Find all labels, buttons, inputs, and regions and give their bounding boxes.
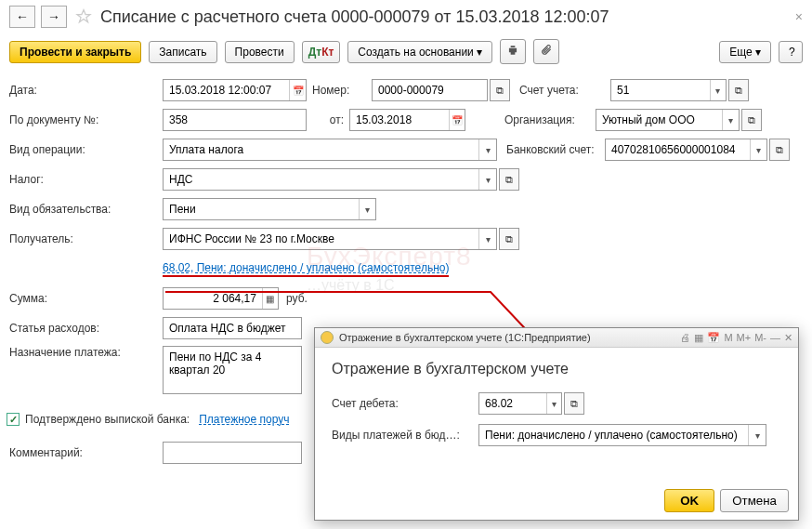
- from-date-field[interactable]: 📅: [349, 109, 465, 131]
- modal-minimize-icon[interactable]: —: [770, 332, 780, 344]
- dropdown-icon[interactable]: ▾: [478, 169, 496, 190]
- calendar-icon[interactable]: 📅: [289, 80, 306, 100]
- modal-close-icon[interactable]: ✕: [784, 332, 792, 344]
- back-button[interactable]: ←: [9, 6, 35, 28]
- comment-label: Комментарий:: [9, 446, 163, 459]
- sum-label: Сумма:: [9, 292, 163, 305]
- obligation-field[interactable]: ▾: [163, 198, 376, 220]
- paytype-label: Виды платежей в бюд…:: [332, 429, 478, 442]
- tool-print-icon[interactable]: 🖨: [680, 332, 690, 344]
- accounting-modal: Отражение в бухгалтерском учете (1С:Пред…: [314, 327, 799, 521]
- tool-m[interactable]: M: [724, 332, 732, 344]
- number-label: Номер:: [307, 84, 372, 97]
- dropdown-icon[interactable]: ▾: [478, 139, 496, 160]
- toolbar: Провести и закрыть Записать Провести ДтК…: [0, 33, 812, 74]
- modal-titlebar: Отражение в бухгалтерском учете (1С:Пред…: [315, 328, 798, 348]
- debit-label: Счет дебета:: [332, 397, 478, 410]
- from-label: от:: [307, 113, 344, 126]
- dt-kt-button[interactable]: ДтКт: [302, 41, 341, 63]
- org-ext-button[interactable]: ⧉: [741, 109, 762, 131]
- bank-label: Банковский счет:: [497, 143, 605, 156]
- number-ext-button[interactable]: ⧉: [490, 79, 510, 101]
- tool-grid-icon[interactable]: ▦: [694, 332, 703, 344]
- date-field[interactable]: 📅: [163, 79, 307, 101]
- obligation-label: Вид обязательства:: [9, 203, 163, 216]
- tax-field[interactable]: ▾: [163, 168, 497, 191]
- docnum-field[interactable]: [163, 109, 307, 131]
- tax-label: Налог:: [9, 173, 163, 186]
- calendar-icon[interactable]: 📅: [449, 110, 465, 130]
- bank-ext-button[interactable]: ⧉: [769, 139, 790, 161]
- payment-order-link[interactable]: Платежное поруч: [199, 413, 289, 426]
- tool-m-minus[interactable]: M-: [754, 332, 766, 344]
- dropdown-icon[interactable]: ▾: [722, 110, 739, 130]
- dropdown-icon[interactable]: ▾: [710, 80, 726, 100]
- sum-unit: руб.: [286, 292, 308, 305]
- modal-window-title: Отражение в бухгалтерском учете (1С:Пред…: [339, 332, 591, 343]
- calculator-icon[interactable]: ▦: [262, 288, 278, 309]
- ok-button[interactable]: OK: [664, 489, 714, 512]
- comment-field[interactable]: [163, 442, 302, 464]
- account-label: Счет учета:: [510, 84, 603, 97]
- create-based-on-button[interactable]: Создать на основании ▾: [347, 41, 492, 63]
- operation-label: Вид операции:: [9, 143, 163, 156]
- tax-ext-button[interactable]: ⧉: [499, 168, 519, 191]
- app-icon: [321, 331, 334, 344]
- operation-field[interactable]: ▾: [163, 139, 497, 161]
- attach-button[interactable]: [533, 39, 559, 64]
- org-field[interactable]: ▾: [596, 109, 740, 131]
- debit-ext-button[interactable]: ⧉: [564, 392, 584, 415]
- purpose-field[interactable]: Пени по НДС за 4 квартал 20: [163, 346, 302, 394]
- more-button[interactable]: Еще ▾: [719, 41, 771, 63]
- payee-label: Получатель:: [9, 232, 163, 245]
- forward-button[interactable]: →: [41, 6, 67, 28]
- help-button[interactable]: ?: [779, 41, 803, 63]
- confirmed-checkbox[interactable]: ✓: [7, 413, 20, 426]
- paperclip-icon: [540, 44, 553, 57]
- printer-icon: [506, 44, 519, 57]
- favorite-star-icon[interactable]: [74, 7, 93, 26]
- purpose-label: Назначение платежа:: [9, 346, 163, 359]
- accounting-link[interactable]: 68.02, Пени: доначислено / уплачено (сам…: [163, 261, 449, 277]
- dropdown-icon[interactable]: ▾: [546, 393, 561, 414]
- account-ext-button[interactable]: ⧉: [728, 79, 749, 101]
- print-button[interactable]: [500, 39, 526, 64]
- debit-field[interactable]: ▾: [478, 392, 562, 415]
- page-title: Списание с расчетного счета 0000-000079 …: [100, 7, 790, 27]
- window-header: ← → Списание с расчетного счета 0000-000…: [0, 0, 812, 33]
- payee-ext-button[interactable]: ⧉: [499, 228, 519, 250]
- dropdown-icon[interactable]: ▾: [748, 425, 766, 445]
- number-field[interactable]: [372, 79, 488, 101]
- modal-heading: Отражение в бухгалтерском учете: [332, 361, 781, 377]
- post-and-close-button[interactable]: Провести и закрыть: [9, 41, 141, 63]
- confirmed-label: Подтверждено выпиской банка:: [25, 413, 190, 426]
- save-button[interactable]: Записать: [149, 41, 216, 63]
- post-button[interactable]: Провести: [225, 41, 295, 63]
- date-label: Дата:: [9, 84, 163, 97]
- org-label: Организация:: [495, 113, 588, 126]
- payee-field[interactable]: ▾: [163, 228, 497, 250]
- cancel-button[interactable]: Отмена: [720, 489, 789, 512]
- sum-field[interactable]: ▦: [163, 287, 279, 310]
- docnum-label: По документу №:: [9, 113, 163, 126]
- dropdown-icon[interactable]: ▾: [478, 229, 496, 249]
- dropdown-icon[interactable]: ▾: [359, 199, 375, 219]
- tool-m-plus[interactable]: M+: [737, 332, 752, 344]
- close-icon[interactable]: ×: [795, 9, 803, 24]
- bank-field[interactable]: ▾: [605, 139, 767, 161]
- account-field[interactable]: ▾: [610, 79, 727, 101]
- paytype-field[interactable]: ▾: [478, 424, 766, 446]
- expense-label: Статья расходов:: [9, 322, 163, 335]
- dropdown-icon[interactable]: ▾: [750, 139, 766, 160]
- tool-calendar-icon[interactable]: 📅: [707, 332, 720, 344]
- expense-field[interactable]: [163, 317, 302, 339]
